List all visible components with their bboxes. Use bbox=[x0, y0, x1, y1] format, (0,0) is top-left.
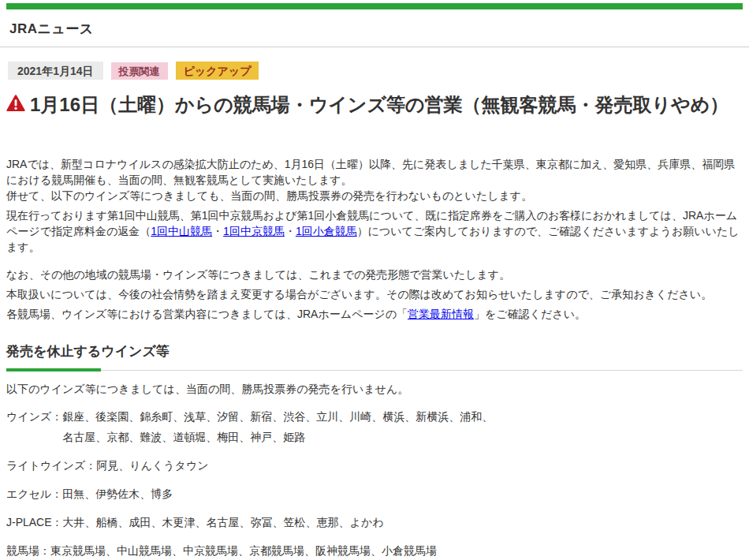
news-page: JRAニュース 2021年1月14日 投票関連 ピックアップ 1月16日（土曜）… bbox=[0, 3, 749, 560]
list-item-label: エクセル： bbox=[6, 483, 62, 504]
list-item-excel: エクセル： 田無、伊勢佐木、博多 bbox=[6, 483, 743, 504]
suspension-list: ウインズ： 銀座、後楽園、錦糸町、浅草、汐留、新宿、渋谷、立川、川崎、横浜、新横… bbox=[6, 406, 743, 560]
list-item-values: 田無、伊勢佐木、博多 bbox=[62, 483, 743, 504]
header-divider bbox=[0, 47, 749, 47]
intro-line-2: 併せて、以下のウインズ等につきましても、当面の間、勝馬投票券の発売を行わないもの… bbox=[6, 189, 532, 202]
refund-separator-2: ・ bbox=[285, 225, 296, 237]
suspension-section-header: 発売を休止するウインズ等 bbox=[6, 342, 743, 371]
list-item-values: 阿見、りんくうタウン bbox=[96, 455, 743, 476]
list-line: 阿見、りんくうタウン bbox=[96, 459, 208, 472]
info-text-1: 各競馬場、ウインズ等における営業内容につきましては、JRAホームページの「 bbox=[6, 308, 408, 320]
link-chukyo-race[interactable]: 1回中京競馬 bbox=[223, 225, 285, 237]
tag-voting-badge: 投票関連 bbox=[111, 62, 168, 80]
link-kokura-race[interactable]: 1回小倉競馬 bbox=[296, 225, 357, 237]
article-headline: 1月16日（土曜）からの競馬場・ウインズ等の営業（無観客競馬・発売取りやめ） bbox=[6, 91, 743, 118]
article-headline-text: 1月16日（土曜）からの競馬場・ウインズ等の営業（無観客競馬・発売取りやめ） bbox=[30, 94, 729, 115]
suspension-section-heading: 発売を休止するウインズ等 bbox=[6, 342, 743, 360]
intro-line-1: JRAでは、新型コロナウイルスの感染拡大防止のため、1月16日（土曜）以降、先に… bbox=[6, 158, 735, 186]
link-nakayama-race[interactable]: 1回中山競馬 bbox=[151, 225, 212, 237]
heading-accent-underline bbox=[6, 368, 101, 371]
list-item-label: 競馬場： bbox=[6, 540, 50, 560]
warning-icon bbox=[6, 92, 25, 118]
list-line: 田無、伊勢佐木、博多 bbox=[62, 487, 173, 500]
list-item-label: ライトウインズ： bbox=[6, 455, 96, 476]
intro-paragraph: JRAでは、新型コロナウイルスの感染拡大防止のため、1月16日（土曜）以降、先に… bbox=[6, 156, 743, 203]
refund-paragraph: 現在行っております第1回中山競馬、第1回中京競馬および第1回小倉競馬について、既… bbox=[6, 207, 743, 255]
list-item-light-wins: ライトウインズ： 阿見、りんくうタウン bbox=[6, 455, 743, 476]
info-paragraph: 各競馬場、ウインズ等における営業内容につきましては、JRAホームページの「営業最… bbox=[6, 306, 743, 322]
list-item-label: ウインズ： bbox=[6, 406, 62, 447]
list-item-jplace: J-PLACE： 大井、船橋、成田、木更津、名古屋、弥冨、笠松、恵那、よかわ bbox=[6, 512, 743, 532]
refund-separator-1: ・ bbox=[212, 225, 223, 237]
list-item-wins: ウインズ： 銀座、後楽園、錦糸町、浅草、汐留、新宿、渋谷、立川、川崎、横浜、新横… bbox=[6, 406, 743, 447]
date-badge: 2021年1月14日 bbox=[8, 62, 103, 80]
link-latest-business-info[interactable]: 営業最新情報 bbox=[408, 308, 474, 320]
note-changes: 本取扱いについては、今後の社会情勢を踏まえ変更する場合がございます。その際は改め… bbox=[6, 286, 743, 302]
tag-pickup-badge: ピックアップ bbox=[176, 62, 259, 80]
list-line: 名古屋、京都、難波、道頓堀、梅田、神戸、姫路 bbox=[62, 431, 305, 443]
list-item-values: 東京競馬場、中山競馬場、中京競馬場、京都競馬場、阪神競馬場、小倉競馬場 bbox=[50, 540, 743, 560]
suspension-lead: 以下のウインズ等につきましては、当面の間、勝馬投票券の発売を行いません。 bbox=[6, 381, 743, 397]
page-title: JRAニュース bbox=[9, 20, 743, 38]
note-other-areas: なお、その他の地域の競馬場・ウインズ等につきましては、これまでの発売形態で営業い… bbox=[6, 267, 743, 282]
top-accent-bar bbox=[6, 3, 743, 9]
list-item-racecourses: 競馬場： 東京競馬場、中山競馬場、中京競馬場、京都競馬場、阪神競馬場、小倉競馬場 bbox=[6, 540, 743, 560]
list-item-values: 銀座、後楽園、錦糸町、浅草、汐留、新宿、渋谷、立川、川崎、横浜、新横浜、浦和、 … bbox=[62, 406, 743, 447]
list-item-values: 大井、船橋、成田、木更津、名古屋、弥冨、笠松、恵那、よかわ bbox=[63, 512, 743, 532]
info-text-2: 」をご確認ください。 bbox=[474, 308, 586, 320]
article-meta-row: 2021年1月14日 投票関連 ピックアップ bbox=[8, 62, 743, 80]
list-line: 大井、船橋、成田、木更津、名古屋、弥冨、笠松、恵那、よかわ bbox=[63, 516, 384, 528]
list-line: 銀座、後楽園、錦糸町、浅草、汐留、新宿、渋谷、立川、川崎、横浜、新横浜、浦和、 bbox=[62, 410, 493, 423]
list-item-label: J-PLACE： bbox=[6, 512, 63, 532]
list-line: 東京競馬場、中山競馬場、中京競馬場、京都競馬場、阪神競馬場、小倉競馬場 bbox=[50, 544, 437, 557]
